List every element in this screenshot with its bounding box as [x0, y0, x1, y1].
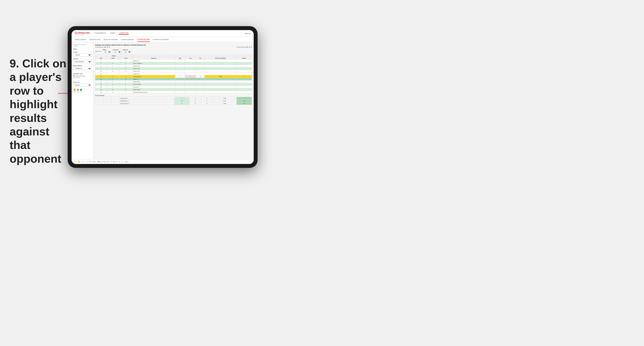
- table-cell: [196, 80, 204, 83]
- nav-teams[interactable]: TEAMS: [110, 32, 116, 35]
- table-row[interactable]: 914Sharon Mun: [96, 67, 252, 70]
- legend-level: Level: [77, 89, 79, 92]
- col-conf: # Conf: [119, 57, 132, 59]
- sub-nav: TEAM SUMMARY TEAM H2H GRID TEAM H2H HEAT…: [72, 37, 254, 42]
- nav-tournaments[interactable]: TOURNAMENTS: [94, 32, 106, 35]
- share-btn[interactable]: ↗ Share: [124, 161, 128, 163]
- table-cell: [236, 86, 252, 88]
- ood-cell: 1: [174, 97, 189, 100]
- gender-select[interactable]: Women's: [73, 53, 92, 56]
- sub-nav-player-summary[interactable]: PLAYER SUMMARY: [121, 37, 134, 42]
- table-cell: 6: [106, 70, 119, 73]
- table-cell: 3: [119, 70, 132, 73]
- table-cell: [204, 86, 237, 88]
- grid-btn[interactable]: ⊞: [119, 161, 120, 163]
- view-original-btn[interactable]: 👁 View: Original: [87, 161, 96, 163]
- table-cell: Eunice Yi: [132, 78, 175, 80]
- legend-level-dot: [77, 89, 79, 91]
- table-cell: [175, 78, 185, 80]
- radio-top100[interactable]: Top 100: [73, 77, 92, 78]
- colour-by-section: Colour by Win/loss: [73, 82, 92, 87]
- table-cell: [236, 88, 252, 91]
- ood-cell: 0: [190, 100, 201, 102]
- logo: SCOREBOARD Powered by clippd: [75, 32, 90, 35]
- refresh-btn[interactable]: ⟳: [83, 161, 84, 163]
- sidebar-gender-label: Gender: [73, 51, 92, 53]
- th-group-region: Region: [96, 55, 132, 57]
- table-cell: [204, 88, 237, 91]
- table-row[interactable]: 522Alexis Sudjianto: [96, 62, 252, 65]
- forward-btn[interactable]: ⏩: [78, 161, 80, 163]
- radio-dot-top100: [73, 77, 75, 78]
- table-row[interactable]: 13Heejo Hyun: [96, 73, 252, 75]
- table-row[interactable]: 19106Emily Chang: [96, 88, 252, 91]
- table-row[interactable]: 1312Jessica Huang010-3.002: [96, 75, 252, 78]
- table-cell: [236, 70, 252, 73]
- filter-conference-select[interactable]: (All): [113, 51, 122, 53]
- ood-row[interactable]: NAIA Division 115009.26730: [96, 100, 252, 102]
- filter-region-select[interactable]: (All): [102, 51, 111, 53]
- table-row[interactable]: 1063Andrea York: [96, 70, 252, 73]
- save-custom-view-btn[interactable]: 💾 Save Custom View: [98, 161, 110, 163]
- undo-btn[interactable]: ↩: [73, 161, 74, 163]
- sidebar-player-label: Player: [73, 48, 92, 50]
- table-cell: [185, 67, 196, 70]
- watch-btn[interactable]: 👁 Watch ▼: [111, 161, 118, 163]
- player-rank-select[interactable]: 8. Katelyn Vo: [73, 67, 92, 70]
- table-cell: [204, 59, 237, 62]
- table-row[interactable]: 20117Federica Domecq Lacroze: [96, 91, 252, 94]
- colour-by-select[interactable]: Win/loss: [73, 83, 92, 87]
- table-row[interactable]: 31Esther Lee: [96, 59, 252, 62]
- table-row[interactable]: 1822Euna Lee: [96, 86, 252, 88]
- sub-nav-team-summary[interactable]: TEAM SUMMARY: [75, 37, 86, 42]
- sub-nav-team-h2h-grid[interactable]: TEAM H2H GRID: [89, 37, 100, 42]
- redo-btn[interactable]: ↪: [76, 161, 77, 163]
- bottom-toolbar: ↩ ↪ ⏩ ⎘ ⟳ 👁 View: Original 💾 Save Custom…: [72, 159, 254, 164]
- table-cell: 10: [106, 88, 119, 91]
- table-cell: [236, 65, 252, 67]
- table-row[interactable]: 1585Stella Cheng: [96, 80, 252, 83]
- table-row[interactable]: 1691Jessica Mason: [96, 83, 252, 86]
- table-cell: 1: [106, 75, 119, 78]
- radio-top100-label: Top 100: [75, 77, 80, 78]
- sub-nav-player-h2h-heatmap[interactable]: PLAYER H2H HEATMAP: [153, 37, 169, 42]
- nav-committee[interactable]: COMMITTEE: [119, 32, 129, 35]
- table-cell: [196, 86, 204, 88]
- nav-bar: SCOREBOARD Powered by clippd TOURNAMENTS…: [72, 30, 254, 37]
- legend-down-dot: [74, 89, 76, 91]
- table-cell: 6: [119, 88, 132, 91]
- filter-opponent-label: Opponent: [123, 49, 132, 50]
- table-cell: 11: [106, 91, 119, 94]
- radio-opponents-played[interactable]: Opponents Played: [73, 75, 92, 77]
- columns-btn[interactable]: ⊟: [122, 161, 122, 163]
- copy-btn[interactable]: ⎘: [81, 161, 82, 163]
- table-row[interactable]: 1474Eunice Yi: [96, 78, 252, 80]
- sub-nav-player-h2h-grid[interactable]: PLAYER H2H GRID: [137, 37, 150, 42]
- table-cell: [175, 70, 185, 73]
- table-cell: [236, 59, 252, 62]
- table-cell: [196, 88, 204, 91]
- sub-nav-team-h2h-heatmap[interactable]: TEAM H2H HEATMAP: [104, 37, 118, 42]
- sidebar-player-rank-label: Player (Rank): [73, 65, 92, 66]
- overall-record: Overall Record: 353 - 34 - 6: [95, 46, 110, 48]
- table-cell: [196, 91, 204, 94]
- instruction-text: 9. Click on a player's row to highlight …: [10, 57, 71, 166]
- table-cell: 7: [106, 78, 119, 80]
- legend-up: Up: [80, 89, 82, 92]
- grid-area: Katelyn Vo Head-to-Head Grid for Women's…: [94, 42, 254, 159]
- filter-opponent-select[interactable]: (All): [123, 51, 132, 53]
- legend-down: Down: [73, 89, 76, 92]
- table-cell: 2: [236, 75, 252, 78]
- col-win: Win: [175, 57, 185, 59]
- nav-items: TOURNAMENTS TEAMS COMMITTEE: [94, 32, 244, 35]
- division-select[interactable]: NCAA Division III: [73, 60, 92, 63]
- col-reg: # Reg: [106, 57, 119, 59]
- ood-row[interactable]: Foreign Team1004.5002: [96, 97, 252, 100]
- table-row[interactable]: 613Sydney Kuo: [96, 65, 252, 67]
- sign-out-link[interactable]: Sign out: [245, 33, 250, 34]
- table-cell: [236, 62, 252, 65]
- table-cell: 16: [96, 83, 107, 86]
- ood-cell: 0: [201, 100, 213, 102]
- ood-row[interactable]: NCAA Division 25007.40010: [96, 102, 252, 105]
- table-cell: 2: [106, 62, 119, 65]
